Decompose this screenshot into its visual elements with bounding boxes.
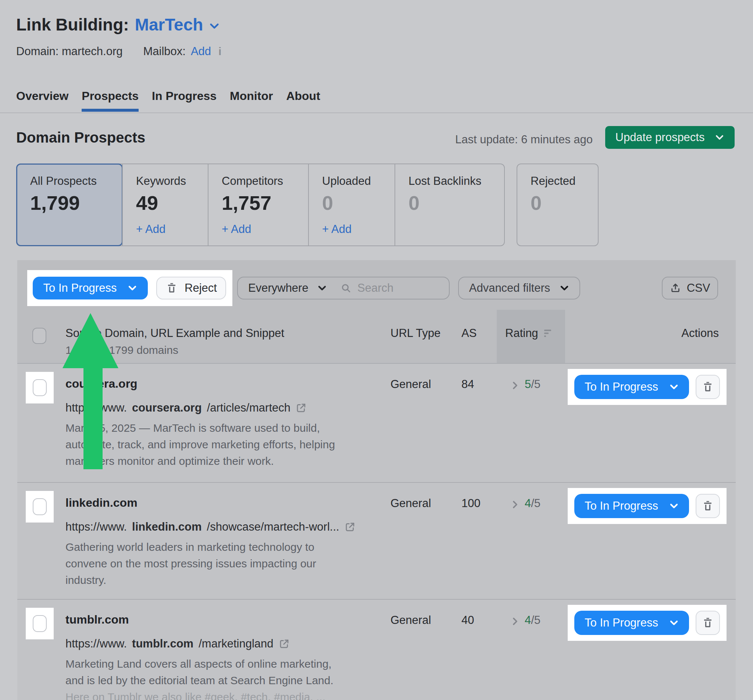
column-rating[interactable]: Rating xyxy=(505,327,554,340)
card-value: 1,799 xyxy=(30,192,80,214)
row-to-in-progress-button[interactable]: To In Progress xyxy=(574,611,689,635)
row-url-link[interactable]: https://www.linkedin.com/showcase/martec… xyxy=(66,520,356,533)
add-keywords-link[interactable]: + Add xyxy=(136,223,166,236)
snippet-line: Gathering world leaders in marketing tec… xyxy=(66,539,316,555)
search-input[interactable] xyxy=(358,281,442,295)
rating-max: /5 xyxy=(531,378,541,391)
snippet-line: automate, track, and improve marketing e… xyxy=(66,436,335,453)
external-link-icon[interactable] xyxy=(295,402,307,413)
row-rating: 4/5 xyxy=(525,497,541,510)
search-icon xyxy=(341,282,352,294)
row-snippet: March 5, 2025 — MarTech is software used… xyxy=(66,419,335,469)
card-keywords[interactable]: Keywords 49 + Add xyxy=(122,164,208,245)
row-to-in-progress-button[interactable]: To In Progress xyxy=(574,494,689,518)
advanced-filters-button[interactable]: Advanced filters xyxy=(458,277,580,299)
row-to-in-progress-label: To In Progress xyxy=(584,616,658,630)
tabs-divider xyxy=(0,112,753,113)
column-as[interactable]: AS xyxy=(461,327,476,340)
row-delete-button[interactable] xyxy=(696,494,720,518)
domain-label: Domain: martech.org xyxy=(16,45,122,58)
info-icon[interactable]: i xyxy=(216,45,223,58)
trash-icon xyxy=(701,500,714,512)
reject-button[interactable]: Reject xyxy=(156,277,226,299)
add-uploaded-link[interactable]: + Add xyxy=(322,223,352,236)
update-prospects-label: Update prospects xyxy=(616,131,705,144)
card-competitors[interactable]: Competitors 1,757 + Add xyxy=(208,164,308,245)
row-to-in-progress-button[interactable]: To In Progress xyxy=(574,375,689,399)
row-url-type: General xyxy=(391,614,431,627)
row-delete-button[interactable] xyxy=(696,611,720,635)
trash-icon xyxy=(166,282,178,294)
trash-icon xyxy=(701,381,714,393)
row-authority-score: 84 xyxy=(461,378,474,391)
add-competitors-link[interactable]: + Add xyxy=(222,223,251,236)
row-domain: tumblr.com xyxy=(66,613,129,627)
row-url-link[interactable]: https://www.tumblr.com/marketingland xyxy=(66,637,290,650)
card-label: Uploaded xyxy=(322,175,371,188)
table-row: tumblr.com https://www.tumblr.com/market… xyxy=(17,599,736,700)
snippet-line: Marketing Land covers all aspects of onl… xyxy=(66,656,333,672)
reject-label: Reject xyxy=(184,281,217,295)
snippet-line: and is led by the editorial team at Sear… xyxy=(66,672,333,689)
url-domain: coursera.org xyxy=(132,401,202,415)
card-rejected[interactable]: Rejected 0 xyxy=(517,164,598,246)
update-prospects-button[interactable]: Update prospects xyxy=(605,126,734,149)
select-all-checkbox[interactable] xyxy=(32,328,46,344)
row-authority-score: 40 xyxy=(461,614,474,627)
card-value: 49 xyxy=(136,192,158,214)
tab-monitor[interactable]: Monitor xyxy=(230,89,273,112)
card-value: 0 xyxy=(408,192,420,214)
column-url-type[interactable]: URL Type xyxy=(391,327,441,340)
expand-rating-icon[interactable] xyxy=(510,617,520,628)
tab-prospects[interactable]: Prospects xyxy=(81,89,139,112)
tab-in-progress[interactable]: In Progress xyxy=(152,89,217,112)
project-selector[interactable]: MarTech xyxy=(135,15,203,34)
url-suffix: /showcase/martech-worl... xyxy=(207,520,339,533)
card-label: Rejected xyxy=(531,175,575,188)
green-arrow-annotation-stem xyxy=(83,368,103,469)
last-update-text: Last update: 6 minutes ago xyxy=(455,133,593,146)
snippet-line: marketers monitor and optimize their wor… xyxy=(66,453,335,469)
table-row: linkedin.com https://www.linkedin.com/sh… xyxy=(17,482,736,599)
bulk-to-in-progress-button[interactable]: To In Progress xyxy=(33,277,148,299)
search-field xyxy=(333,281,450,295)
table-row: coursera.org https://www.coursera.org/ar… xyxy=(17,363,736,482)
card-value: 0 xyxy=(531,192,542,214)
external-link-icon[interactable] xyxy=(279,638,290,649)
row-checkbox[interactable] xyxy=(33,498,47,515)
card-all-prospects[interactable]: All Prospects 1,799 xyxy=(17,164,122,245)
export-csv-button[interactable]: CSV xyxy=(662,277,718,299)
row-checkbox[interactable] xyxy=(33,615,47,632)
row-checkbox[interactable] xyxy=(33,379,47,396)
card-label: Keywords xyxy=(136,175,186,188)
green-arrow-annotation-head xyxy=(62,313,119,368)
row-delete-button[interactable] xyxy=(696,375,720,399)
mailbox-row: Mailbox: Add i xyxy=(143,45,223,58)
search-scope-value: Everywhere xyxy=(248,281,308,295)
expand-rating-icon[interactable] xyxy=(510,381,520,392)
prospects-table-panel: To In Progress Reject Everywhere xyxy=(17,260,736,700)
mailbox-add-link[interactable]: Add xyxy=(191,45,211,58)
export-csv-label: CSV xyxy=(687,281,710,295)
search-scope-select[interactable]: Everywhere xyxy=(238,281,333,295)
url-domain: tumblr.com xyxy=(132,637,194,650)
rating-value: 4 xyxy=(525,614,531,627)
snippet-line: convene on the most pressing issues impa… xyxy=(66,555,316,572)
chevron-down-icon xyxy=(128,283,137,293)
chevron-down-icon xyxy=(317,283,327,293)
sort-descending-icon xyxy=(544,329,554,338)
snippet-line: Here on Tumblr we also like #geek, #tech… xyxy=(66,689,333,700)
expand-rating-icon[interactable] xyxy=(510,500,520,511)
url-suffix: /marketingland xyxy=(198,637,273,650)
page-title: Link Building: MarTech xyxy=(16,15,220,34)
card-lost-backlinks[interactable]: Lost Backlinks 0 xyxy=(395,164,504,245)
tab-overview[interactable]: Overview xyxy=(16,89,69,112)
external-link-icon[interactable] xyxy=(345,521,356,532)
chevron-down-icon[interactable] xyxy=(209,20,220,31)
row-snippet: Marketing Land covers all aspects of onl… xyxy=(66,656,333,700)
tab-about[interactable]: About xyxy=(286,89,320,112)
row-to-in-progress-label: To In Progress xyxy=(584,499,658,513)
card-uploaded[interactable]: Uploaded 0 + Add xyxy=(308,164,395,245)
row-rating: 4/5 xyxy=(525,614,541,627)
link-building-page: Link Building: MarTech Domain: martech.o… xyxy=(0,0,753,700)
